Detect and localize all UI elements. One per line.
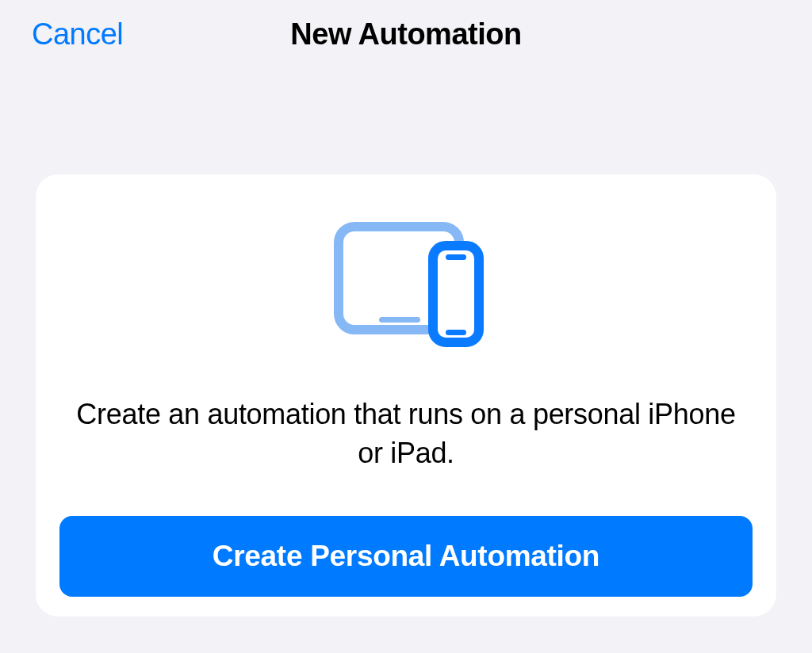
- svg-rect-2: [433, 246, 479, 342]
- personal-automation-card: Create an automation that runs on a pers…: [36, 174, 776, 617]
- svg-rect-4: [446, 330, 466, 335]
- svg-rect-3: [446, 254, 466, 260]
- create-personal-automation-button[interactable]: Create Personal Automation: [59, 516, 753, 597]
- card-description: Create an automation that runs on a pers…: [59, 395, 753, 472]
- devices-icon: [327, 222, 485, 352]
- cancel-button[interactable]: Cancel: [32, 17, 123, 52]
- svg-rect-1: [379, 317, 420, 323]
- header: Cancel New Automation: [0, 0, 812, 63]
